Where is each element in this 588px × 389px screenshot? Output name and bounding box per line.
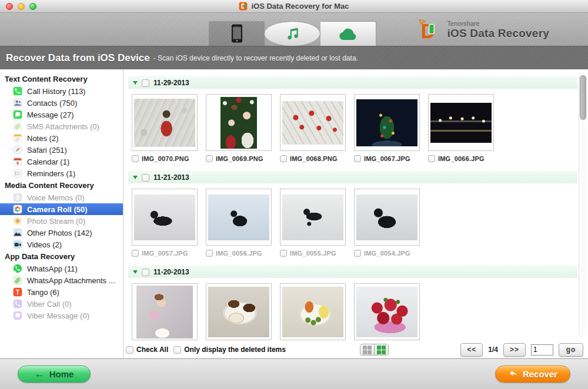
zoom-button[interactable]	[29, 3, 36, 10]
date-group-header[interactable]: 11-29-2013	[128, 76, 577, 89]
sidebar-item-label: Notes (2)	[27, 134, 58, 143]
recover-button-label: Recover	[523, 369, 557, 379]
photo-checkbox[interactable]	[354, 250, 361, 257]
sidebar-item-call-history[interactable]: Call History (113)	[0, 85, 123, 97]
photo-thumbnail[interactable]	[354, 283, 420, 340]
sidebar-section-title: Media Content Recovery	[0, 179, 123, 192]
sidebar-item-other-photos[interactable]: Other Photos (142)	[0, 227, 123, 239]
grid-view-button[interactable]	[374, 344, 388, 355]
date-label: 11-21-2013	[153, 173, 189, 182]
photo-checkbox[interactable]	[132, 250, 139, 257]
other-photos-icon	[13, 228, 22, 237]
photo-cell	[354, 283, 420, 340]
close-button[interactable]	[6, 3, 13, 10]
date-group-header[interactable]: 11-21-2013	[128, 171, 577, 183]
sidebar-item-sms-attachments[interactable]: SMS Attachments (0)	[0, 120, 123, 132]
tab-icloud-backup[interactable]	[320, 21, 376, 46]
sidebar-item-viber-message[interactable]: Viber Message (0)	[0, 310, 123, 321]
sidebar-item-voice-memos[interactable]: Voice Memos (0)	[0, 192, 123, 203]
photo-file-row: IMG_0070.PNG	[132, 153, 198, 164]
photo-checkbox[interactable]	[206, 155, 213, 162]
sidebar-item-whatsapp-attachments-[interactable]: WhatsApp Attachments ...	[0, 274, 123, 286]
brand-product: iOS Data Recovery	[447, 27, 549, 40]
deleted-filter-checkbox[interactable]	[173, 346, 181, 354]
date-group-header[interactable]: 11-20-2013	[128, 266, 577, 278]
undo-arrow-icon	[508, 369, 518, 379]
photo-checkbox[interactable]	[354, 155, 361, 162]
photo-thumbnail[interactable]	[280, 283, 346, 340]
deleted-filter-label: Only display the deleted items	[184, 346, 286, 354]
chevron-down-icon[interactable]	[133, 176, 138, 179]
photo-cell	[280, 283, 346, 340]
photo-filename: IMG_0056.JPG	[216, 250, 262, 257]
sidebar-section-title: App Data Recovery	[0, 250, 123, 263]
recover-button[interactable]: Recover	[495, 365, 570, 383]
sidebar-item-label: Videos (2)	[27, 240, 62, 249]
music-note-icon	[285, 26, 300, 42]
sidebar-item-label: Other Photos (142)	[27, 229, 92, 237]
list-view-button[interactable]	[360, 344, 374, 355]
photo-filename: IMG_0070.PNG	[142, 155, 189, 162]
tenorshare-logo-icon: D	[418, 18, 443, 42]
photo-filename: IMG_0057.JPG	[142, 250, 188, 257]
sidebar-item-message[interactable]: Message (27)	[0, 109, 123, 120]
photo-thumbnail[interactable]	[132, 189, 198, 246]
main-area: Text Content RecoveryCall History (113)C…	[0, 69, 588, 341]
photo-file-row: IMG_0069.PNG	[206, 153, 272, 164]
tab-device-scan[interactable]	[209, 21, 265, 46]
photo-checkbox[interactable]	[280, 250, 287, 257]
chevron-down-icon[interactable]	[133, 270, 138, 274]
minimize-button[interactable]	[18, 3, 25, 10]
sidebar-item-camera-roll[interactable]: Camera Roll (50)	[0, 203, 123, 215]
traffic-lights	[6, 0, 36, 12]
photo-thumbnail[interactable]	[280, 189, 346, 246]
prev-page-button[interactable]: <<	[460, 343, 483, 357]
photo-checkbox[interactable]	[280, 155, 287, 162]
sidebar-item-calendar[interactable]: 9Calendar (1)	[0, 156, 123, 167]
photo-thumbnail[interactable]	[132, 94, 198, 151]
photo-cell	[132, 283, 198, 340]
page-number-input[interactable]	[531, 344, 553, 356]
photo-thumbnail[interactable]	[280, 94, 346, 151]
sidebar-item-reminders[interactable]: Reminders (1)	[0, 167, 123, 179]
sidebar-item-safari[interactable]: Safari (251)	[0, 144, 123, 156]
date-group-checkbox[interactable]	[142, 269, 149, 276]
sidebar-item-label: Voice Memos (0)	[27, 193, 85, 202]
photo-thumbnail[interactable]	[354, 94, 420, 151]
home-button[interactable]: ← Home	[18, 365, 91, 383]
sidebar-item-contacts[interactable]: Contacts (750)	[0, 97, 123, 109]
photo-cell: IMG_0070.PNG	[132, 94, 198, 164]
banner-subtitle: - Scan iOS device directly to recover re…	[153, 54, 358, 62]
photo-thumbnail[interactable]	[206, 94, 272, 151]
scrollbar-track[interactable]	[579, 73, 587, 337]
photo-checkbox[interactable]	[428, 155, 435, 162]
check-all-checkbox[interactable]	[126, 346, 133, 354]
sidebar-item-videos[interactable]: Videos (2)	[0, 239, 123, 250]
photo-checkbox[interactable]	[206, 250, 213, 257]
notes-icon	[13, 133, 22, 143]
date-group-checkbox[interactable]	[142, 174, 149, 182]
sidebar-item-label: Viber Message (0)	[27, 311, 89, 320]
photo-file-row: IMG_0055.JPG	[280, 248, 346, 259]
sidebar-item-photo-stream[interactable]: Photo Stream (0)	[0, 215, 123, 227]
photo-thumbnail[interactable]	[354, 189, 420, 246]
photo-thumbnail[interactable]	[206, 283, 272, 340]
next-page-button[interactable]: >>	[503, 343, 526, 357]
scrollbar-thumb[interactable]	[580, 75, 586, 120]
chevron-down-icon[interactable]	[133, 81, 138, 85]
date-group-checkbox[interactable]	[142, 79, 149, 87]
photo-thumbnail[interactable]	[206, 189, 272, 246]
iphone-icon	[231, 24, 243, 43]
sidebar-item-viber-call[interactable]: Viber Call (0)	[0, 298, 123, 310]
banner-title: Recover Data from iOS Device	[6, 52, 150, 64]
photo-cell: IMG_0066.JPG	[428, 94, 494, 164]
photo-thumbnail[interactable]	[132, 283, 198, 340]
photo-strawberries-on-pink-plate	[356, 287, 417, 337]
photo-checkbox[interactable]	[132, 155, 139, 162]
photo-thumbnail[interactable]	[428, 94, 494, 151]
sidebar-item-whatsapp[interactable]: WhatsApp (11)	[0, 263, 123, 274]
tab-itunes-backup[interactable]	[265, 21, 320, 46]
sidebar-item-notes[interactable]: Notes (2)	[0, 132, 123, 144]
go-button[interactable]: go	[559, 343, 583, 357]
sidebar-item-tango[interactable]: TTango (6)	[0, 286, 123, 298]
